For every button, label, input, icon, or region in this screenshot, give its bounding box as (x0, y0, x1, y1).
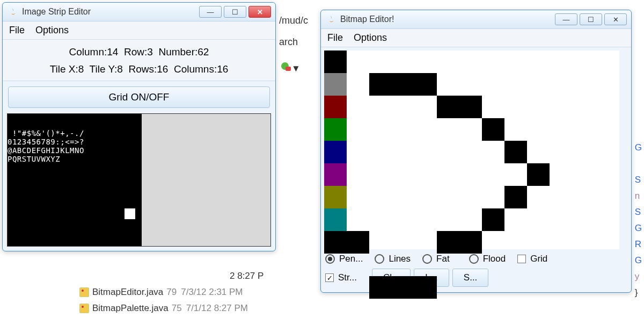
pixel (392, 276, 414, 299)
pixel (482, 118, 504, 141)
menubar: File Options (3, 21, 275, 40)
file1-name: BitmapEditor.java (92, 287, 163, 298)
radio-fat[interactable] (422, 254, 432, 264)
bitmap-editor-window: Bitmap Editor! — ☐ ✕ File Options Pen...… (320, 10, 632, 293)
minimize-button[interactable]: — (199, 6, 222, 18)
bg-search: arch (279, 37, 298, 48)
file2-date: 7/1/12 8:27 PM (186, 303, 248, 314)
color-palette[interactable] (324, 73, 347, 231)
palette-color[interactable] (324, 118, 347, 141)
menubar: File Options (321, 29, 631, 47)
label-flood: Flood (483, 254, 506, 264)
label-stream: Str... (338, 272, 357, 283)
pixel (437, 231, 459, 254)
titlebar[interactable]: Bitmap Editor! — ☐ ✕ (321, 10, 631, 29)
file-row-1[interactable]: BitmapEditor.java 79 7/3/12 2:31 PM (79, 287, 243, 298)
image-strip-editor-window: Image Strip Editor — ☐ ✕ File Options Co… (2, 2, 276, 251)
info-block: Column:14 Row:3 Number:62 Tile X:8 Tile … (3, 40, 275, 81)
palette-color[interactable] (324, 73, 347, 96)
pixel (324, 231, 347, 254)
strip-canvas[interactable]: !"#$%&'()*+,-./ 0123456789:;<=>? @ABCDEF… (7, 113, 271, 247)
file1-date: 7/3/12 2:31 PM (181, 287, 243, 298)
radio-lines[interactable] (375, 254, 384, 264)
java-file-icon (79, 304, 89, 313)
pixel (504, 141, 527, 163)
file-row-2[interactable]: BitmapPalette.java 75 7/1/12 8:27 PM (79, 303, 248, 314)
pixel (504, 186, 527, 208)
file2-rev: 75 (172, 303, 182, 314)
java-icon (8, 7, 18, 17)
palette-color[interactable] (324, 208, 347, 231)
bg-time-fragment: 2 8:27 P (230, 271, 264, 282)
pixel (324, 50, 347, 73)
radio-flood[interactable] (469, 254, 479, 264)
pixel (369, 276, 392, 299)
pixel (369, 73, 392, 96)
pixel (437, 96, 459, 118)
maximize-button[interactable]: ☐ (580, 13, 602, 25)
pixel (414, 276, 437, 299)
palette-color[interactable] (324, 96, 347, 118)
pixel (392, 73, 414, 96)
menu-options[interactable]: Options (354, 32, 387, 44)
pixel (482, 208, 504, 231)
java-file-icon (79, 287, 89, 297)
menu-options[interactable]: Options (35, 25, 69, 36)
palette-color[interactable] (324, 186, 347, 208)
label-lines: Lines (389, 254, 411, 264)
font-bitmap: !"#$%&'()*+,-./ 0123456789:;<=>? @ABCDEF… (8, 114, 142, 247)
label-fat: Fat (436, 254, 450, 264)
bg-path: /mud/c (279, 15, 308, 26)
pixel (527, 163, 550, 186)
palette-color[interactable] (324, 141, 347, 163)
tool-row-1: Pen... Lines Fat Flood Grid (325, 254, 627, 264)
code-fragment: G S n S G R G y } (635, 140, 642, 301)
save-button[interactable]: S... (452, 269, 489, 287)
checkbox-grid[interactable] (517, 255, 526, 263)
close-button[interactable]: ✕ (248, 6, 271, 18)
bitmap-canvas[interactable] (324, 50, 619, 249)
close-button[interactable]: ✕ (604, 13, 627, 25)
checkbox-stream[interactable]: ✓ (325, 273, 334, 282)
radio-pencil[interactable] (325, 254, 335, 264)
run-badge-icon (286, 67, 291, 71)
label-grid: Grid (530, 254, 547, 264)
pixel (459, 96, 482, 118)
java-icon (326, 15, 336, 24)
grid-toggle-button[interactable]: Grid ON/OFF (8, 86, 270, 108)
selected-tile (125, 208, 135, 219)
pixel (414, 73, 437, 96)
menu-file[interactable]: File (327, 32, 343, 44)
pixel (459, 231, 482, 254)
titlebar[interactable]: Image Strip Editor — ☐ ✕ (3, 3, 275, 21)
file2-name: BitmapPalette.java (92, 303, 169, 314)
minimize-button[interactable]: — (555, 13, 577, 25)
window-title: Image Strip Editor (22, 7, 199, 17)
label-pencil: Pen... (339, 254, 363, 264)
palette-color[interactable] (324, 163, 347, 186)
window-title: Bitmap Editor! (340, 15, 555, 24)
pixel (347, 231, 369, 254)
menu-file[interactable]: File (9, 25, 25, 36)
maximize-button[interactable]: ☐ (224, 6, 246, 18)
file1-rev: 79 (166, 287, 177, 298)
bg-dropdown-arrow[interactable]: ▼ (291, 63, 301, 74)
